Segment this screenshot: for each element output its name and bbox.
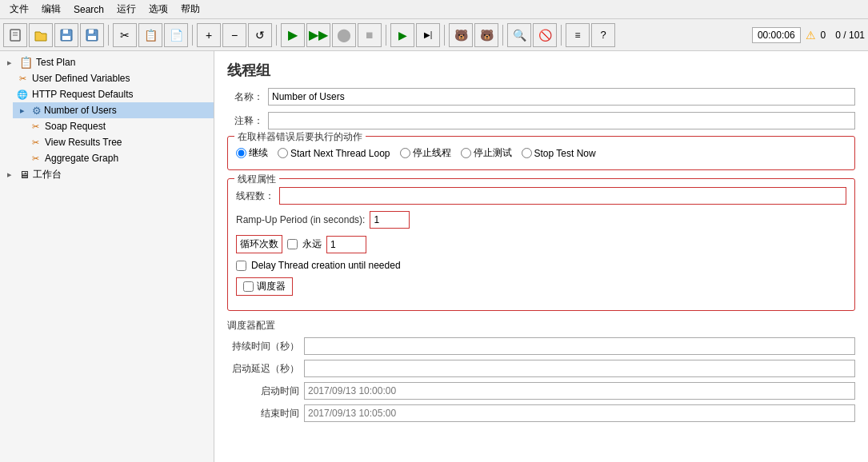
menu-edit[interactable]: 编辑 — [35, 1, 67, 18]
sidebar-label-user-vars: User Defined Variables — [32, 73, 130, 84]
radio-stop-thread[interactable]: 停止线程 — [400, 146, 451, 160]
thread-count-input[interactable] — [279, 187, 846, 205]
sidebar-item-test-plan[interactable]: ▸ 📋 Test Plan — [0, 54, 214, 70]
sep6 — [502, 25, 503, 46]
loop-count-label: 循环次数 — [236, 235, 282, 253]
http-icon: 🌐 — [16, 88, 29, 101]
status-area: 00:00:06 ⚠ 0 0 / 101 — [752, 27, 865, 43]
startup-delay-input[interactable] — [304, 360, 855, 377]
sidebar-label-aggregate-graph: Aggregate Graph — [45, 153, 118, 164]
menu-help[interactable]: 帮助 — [174, 1, 206, 18]
radio-stop-now-label: Stop Test Now — [534, 148, 596, 159]
sidebar-item-user-vars[interactable]: ✂ User Defined Variables — [13, 70, 214, 86]
menu-options[interactable]: 选项 — [142, 1, 174, 18]
run-nopause-button[interactable]: ▶▶ — [306, 23, 330, 47]
sidebar-label-http-defaults: HTTP Request Defaults — [32, 89, 134, 100]
startup-delay-row: 启动延迟（秒） — [227, 360, 855, 377]
start-time-input[interactable] — [304, 382, 855, 400]
comment-input[interactable] — [268, 112, 855, 129]
svg-rect-5 — [62, 36, 70, 40]
loop-count-input[interactable] — [326, 236, 366, 253]
forever-label: 永远 — [302, 237, 322, 251]
expand-button[interactable]: + — [197, 23, 221, 47]
menu-bar: 文件 编辑 Search 运行 选项 帮助 — [0, 0, 868, 19]
radio-next-loop[interactable]: Start Next Thread Loop — [278, 148, 390, 159]
name-row: 名称： — [227, 88, 855, 106]
saveas-button[interactable]: + — [80, 23, 104, 47]
uservars-icon: ✂ — [16, 72, 29, 85]
radio-stop-test-label: 停止测试 — [474, 146, 512, 160]
sidebar-label-test-plan: Test Plan — [36, 57, 75, 68]
end-time-row: 结束时间 — [227, 404, 855, 422]
workbench-icon: ▸ — [3, 169, 16, 181]
copy-button[interactable]: 📋 — [138, 23, 162, 47]
svg-rect-8 — [88, 36, 96, 40]
duration-label: 持续时间（秒） — [227, 340, 299, 353]
radio-next-loop-label: Start Next Thread Loop — [290, 148, 390, 159]
radio-stop-now-input[interactable] — [522, 148, 532, 158]
sidebar-label-soap-request: Soap Request — [45, 121, 106, 132]
radio-next-loop-input[interactable] — [278, 148, 288, 158]
graph-icon: ✂ — [29, 152, 42, 165]
remote-step-button[interactable]: ▶| — [416, 23, 440, 47]
rampup-input[interactable] — [370, 211, 410, 229]
clear-button[interactable]: 🚫 — [533, 23, 557, 47]
radio-stop-test[interactable]: 停止测试 — [461, 146, 512, 160]
main-layout: ▸ 📋 Test Plan ✂ User Defined Variables 🌐… — [0, 51, 868, 462]
threadgroup-icon: ▸ — [16, 104, 29, 117]
sep7 — [561, 25, 562, 46]
scheduler-check-box: 调度器 — [236, 277, 293, 296]
cut-button[interactable]: ✂ — [113, 23, 137, 47]
open-button[interactable] — [29, 23, 53, 47]
radio-continue-input[interactable] — [236, 148, 246, 158]
content-panel: 线程组 名称： 注释： 在取样器错误后要执行的动作 继续 Start Next … — [214, 51, 868, 462]
testplan-img-icon: 📋 — [19, 56, 33, 69]
stop-button[interactable]: ⬤ — [332, 23, 356, 47]
sidebar-item-soap-request[interactable]: ✂ Soap Request — [26, 118, 214, 134]
duration-input[interactable] — [304, 337, 855, 355]
radio-stop-test-input[interactable] — [461, 148, 471, 158]
run-button[interactable]: ▶ — [281, 23, 305, 47]
forever-checkbox[interactable] — [287, 239, 298, 249]
paste-button[interactable]: 📄 — [164, 23, 188, 47]
reset-button[interactable]: ↺ — [248, 23, 272, 47]
analyzer-button[interactable]: 🐻 — [449, 23, 473, 47]
menu-file[interactable]: 文件 — [3, 1, 35, 18]
start-time-label: 启动时间 — [227, 384, 299, 398]
radio-continue[interactable]: 继续 — [236, 146, 268, 160]
error-action-section: 在取样器错误后要执行的动作 继续 Start Next Thread Loop … — [227, 136, 855, 170]
radio-stop-now[interactable]: Stop Test Now — [522, 148, 596, 159]
results-icon: ✂ — [29, 136, 42, 149]
menu-search[interactable]: Search — [67, 2, 110, 17]
sidebar-item-number-of-users[interactable]: ▸ ⚙ Number of Users — [13, 102, 214, 118]
loop-row: 循环次数 永远 — [236, 235, 846, 253]
sidebar: ▸ 📋 Test Plan ✂ User Defined Variables 🌐… — [0, 51, 214, 462]
sidebar-item-aggregate-graph[interactable]: ✂ Aggregate Graph — [26, 150, 214, 166]
collapse-all-button[interactable]: ≡ — [566, 23, 590, 47]
scheduler-checkbox[interactable] — [243, 281, 254, 292]
menu-run[interactable]: 运行 — [110, 1, 142, 18]
search-button[interactable]: 🔍 — [507, 23, 531, 47]
sidebar-item-http-defaults[interactable]: 🌐 HTTP Request Defaults — [13, 86, 214, 102]
sidebar-item-view-results-tree[interactable]: ✂ View Results Tree — [26, 134, 214, 150]
radio-stop-thread-input[interactable] — [400, 148, 410, 158]
remote-start-button[interactable]: ▶ — [390, 23, 414, 47]
shutdown-button[interactable]: ⏹ — [358, 23, 382, 47]
name-input[interactable] — [268, 88, 855, 106]
help-button[interactable]: ? — [591, 23, 615, 47]
toolbar: + ✂ 📋 📄 + − ↺ ▶ ▶▶ ⬤ ⏹ ▶ ▶| 🐻 🐻 🔍 🚫 ≡ ? … — [0, 19, 868, 51]
delay-checkbox[interactable] — [236, 261, 246, 271]
collapse-button[interactable]: − — [222, 23, 246, 47]
sep4 — [386, 25, 386, 46]
sep1 — [108, 25, 109, 46]
end-time-input[interactable] — [304, 404, 855, 422]
sep5 — [444, 25, 445, 46]
save-button[interactable] — [54, 23, 78, 47]
new-button[interactable] — [3, 23, 27, 47]
panel-title: 线程组 — [227, 61, 855, 80]
delay-checkbox-row: Delay Thread creation until needed — [236, 260, 846, 271]
analyzer2-button[interactable]: 🐻 — [474, 23, 498, 47]
startup-delay-label: 启动延迟（秒） — [227, 362, 299, 376]
radio-stop-thread-label: 停止线程 — [413, 146, 451, 160]
sidebar-item-workbench[interactable]: ▸ 🖥 工作台 — [0, 166, 214, 183]
